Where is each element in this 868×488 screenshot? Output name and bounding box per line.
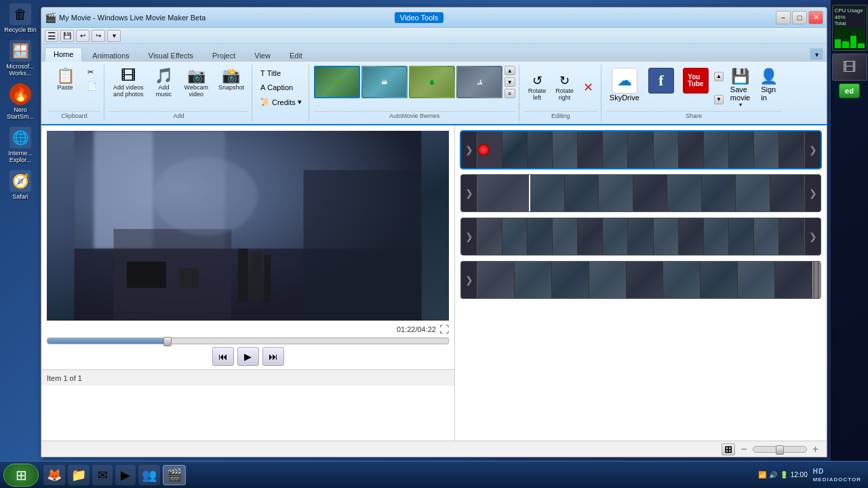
sign-in-button[interactable]: 👤 Signin — [755, 66, 781, 104]
editing-group: ↺ Rotateleft ↻ Rotateright ✕ Editing — [521, 64, 601, 121]
tab-animations[interactable]: Animations — [83, 49, 138, 62]
film-strip-1[interactable]: ❯ — [460, 131, 821, 169]
rotate-left-button[interactable]: ↺ Rotateleft — [524, 72, 551, 104]
desktop-icon-nero[interactable]: 🔥 NeroStartSm... — [3, 83, 37, 120]
snapshot-button[interactable]: 📸 Snapshot — [214, 66, 248, 94]
sidebar-green-button[interactable]: ed — [839, 83, 860, 98]
video-tools-badge[interactable]: Video Tools — [395, 12, 443, 23]
window-title: My Movie - Windows Live Movie Maker Beta — [59, 14, 391, 22]
minimize-button[interactable]: − — [776, 11, 791, 24]
frame-4-8 — [738, 262, 775, 298]
film-strip-2[interactable]: ❯ ❯ — [460, 174, 821, 212]
theme-label-1: 🌿 — [334, 79, 340, 85]
video-content — [47, 131, 449, 321]
tab-edit[interactable]: Edit — [281, 49, 311, 62]
start-button[interactable]: ⊞ — [3, 464, 39, 487]
title-button[interactable]: T Title — [257, 67, 284, 79]
share-scroll-down[interactable]: ▼ — [714, 95, 724, 104]
share-scroll-up[interactable]: ▲ — [714, 72, 724, 81]
clock: 12:00 — [791, 471, 808, 479]
theme-thumb-2[interactable]: 🏔 — [361, 66, 408, 98]
tab-home[interactable]: Home — [45, 47, 82, 62]
redo-button[interactable]: ↪ — [92, 30, 105, 42]
video-frame — [47, 131, 449, 321]
taskbar-mail[interactable]: ✉ — [92, 465, 113, 485]
share-items: ☁ SkyDrive f YouTube — [606, 66, 781, 110]
theme-thumb-1[interactable]: 🌿 — [314, 66, 360, 98]
fullscreen-icon[interactable]: ⛶ — [439, 324, 449, 335]
theme-scroll-up[interactable]: ▲ — [505, 66, 515, 75]
tab-view[interactable]: View — [245, 49, 279, 62]
desktop-icon-recycle[interactable]: 🗑 Recycle Bin — [3, 3, 37, 33]
desktop-icon-safari[interactable]: 🧭 Safari — [3, 170, 37, 200]
rewind-button[interactable]: ⏮ — [212, 347, 234, 366]
recycle-bin-icon: 🗑 — [9, 3, 31, 25]
rotate-right-button[interactable]: ↻ Rotateright — [551, 72, 578, 104]
youtube-icon: YouTube — [683, 68, 709, 94]
taskbar-media[interactable]: ▶ — [115, 465, 136, 485]
save-quick-button[interactable]: 💾 — [60, 30, 74, 42]
theme-more[interactable]: ≡ — [505, 89, 515, 98]
taskbar-explorer[interactable]: 📁 — [68, 465, 90, 485]
theme-thumb-4[interactable]: 🏞 — [456, 66, 502, 98]
remove-button[interactable]: ✕ — [579, 79, 597, 97]
strip2-frames — [477, 175, 804, 211]
save-movie-button[interactable]: 💾 Savemovie ▾ — [727, 66, 753, 110]
caption-button[interactable]: A Caption — [257, 81, 296, 94]
add-music-button[interactable]: 🎵 Addmusic — [150, 66, 178, 100]
frame-4-5 — [627, 262, 664, 298]
paste-button[interactable]: 📋 Paste — [48, 66, 82, 94]
taskbar-firefox[interactable]: 🦊 — [43, 465, 65, 485]
copy-button[interactable]: 📄 — [84, 80, 100, 93]
paste-label: Paste — [57, 84, 73, 91]
desktop-icon-microsoft[interactable]: 🪟 Microsof...Works... — [3, 40, 37, 77]
tab-visual-effects[interactable]: Visual Effects — [140, 49, 202, 62]
undo-button[interactable]: ↩ — [76, 30, 90, 42]
frame-2-3 — [565, 175, 599, 211]
fast-forward-button[interactable]: ⏭ — [262, 347, 284, 366]
themes-label: AutoMovie themes — [314, 111, 515, 120]
title-icon: T — [260, 69, 265, 77]
tab-project[interactable]: Project — [203, 49, 244, 62]
desktop-icon-internet[interactable]: 🌐 Interne...Explor... — [3, 127, 37, 163]
frame-2-9 — [770, 175, 805, 211]
timeline-panel[interactable]: ❯ — [455, 125, 827, 441]
close-button[interactable]: ✕ — [808, 11, 823, 24]
storyboard-view-button[interactable]: ⊞ — [722, 443, 735, 455]
strip3-arrow-left: ❯ — [461, 218, 477, 255]
taskbar-contacts[interactable]: 👥 — [138, 465, 160, 485]
share-scroll: ▲ ▼ — [714, 72, 725, 104]
theme-thumb-3[interactable]: 🌲 — [409, 66, 455, 98]
theme-scroll-down[interactable]: ▼ — [505, 77, 515, 87]
film-strip-4[interactable]: ❯ — [460, 261, 821, 299]
start-icon: ⊞ — [16, 467, 27, 483]
ribbon-collapse-button[interactable]: ▾ — [810, 48, 823, 60]
progress-bar[interactable] — [47, 338, 449, 344]
zoom-minus-button[interactable]: − — [741, 443, 747, 455]
rotate-right-label: Rotateright — [555, 87, 574, 101]
cut-button[interactable]: ✂ — [84, 66, 100, 79]
facebook-button[interactable]: f — [645, 66, 677, 96]
svg-rect-9 — [238, 249, 248, 301]
play-button[interactable]: ▶ — [237, 347, 259, 366]
add-videos-button[interactable]: 🎞 Add videosand photos — [109, 66, 148, 100]
zoom-thumb[interactable] — [776, 445, 784, 455]
strip4-arrow-left: ❯ — [461, 262, 477, 298]
menu-button[interactable]: ☰ — [45, 30, 58, 42]
youtube-button[interactable]: YouTube — [679, 66, 712, 96]
timestamp: 01:22/04:22 — [397, 325, 436, 333]
credits-button[interactable]: 📜 Credits ▾ — [257, 96, 305, 108]
remove-icon: ✕ — [583, 81, 593, 94]
more-button[interactable]: ▾ — [107, 30, 121, 42]
skydrive-button[interactable]: ☁ SkyDrive — [606, 66, 643, 104]
progress-thumb[interactable] — [163, 337, 172, 346]
mail-icon: ✉ — [98, 468, 108, 483]
taskbar-moviemaker[interactable]: 🎬 — [163, 465, 186, 485]
skydrive-label: SkyDrive — [610, 94, 639, 102]
zoom-slider[interactable] — [753, 446, 807, 453]
webcam-button[interactable]: 📷 Webcamvideo — [180, 66, 212, 100]
frame-1-9 — [679, 131, 704, 168]
maximize-button[interactable]: □ — [792, 11, 807, 24]
film-strip-3[interactable]: ❯ — [460, 218, 821, 256]
zoom-plus-button[interactable]: + — [812, 443, 818, 455]
